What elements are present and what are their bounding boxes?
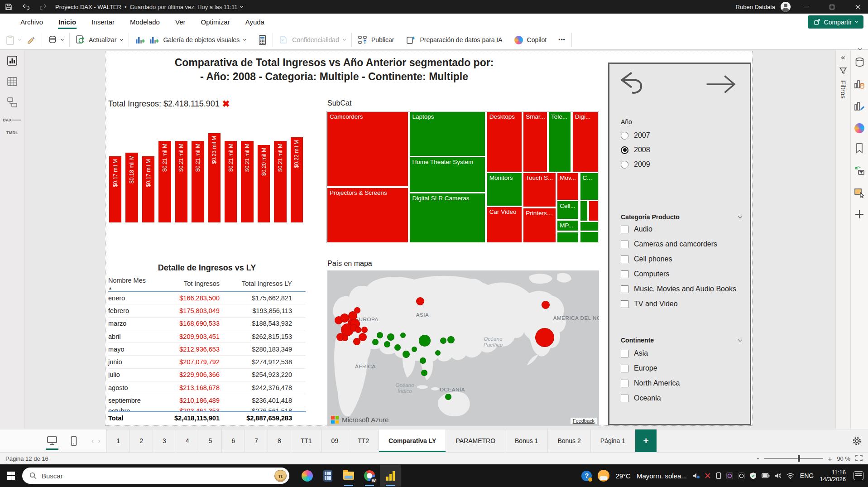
- taskbar-search[interactable]: Buscar π: [22, 468, 289, 484]
- checkbox-option-north-america[interactable]: North America: [621, 378, 680, 388]
- paste-button[interactable]: [0, 30, 27, 49]
- continent-slicer-header[interactable]: Continente: [621, 337, 742, 344]
- checkbox-option-oceania[interactable]: Oceania: [621, 393, 680, 403]
- format-painter-button[interactable]: [27, 30, 42, 49]
- column-header-total-ingresos-ly[interactable]: Total Ingresos LY: [220, 280, 292, 287]
- next-page-icon[interactable]: ›: [98, 437, 101, 444]
- close-button[interactable]: [848, 0, 868, 14]
- treemap-tile-digital-slr-cameras[interactable]: Digital SLR Cameras: [409, 193, 485, 243]
- page-tab-5[interactable]: 5: [199, 429, 222, 452]
- prev-page-icon[interactable]: ‹: [91, 437, 94, 444]
- menu-item-archivo[interactable]: Archivo: [13, 14, 51, 30]
- radio-option-2007[interactable]: 2007: [621, 130, 650, 140]
- map-bubble[interactable]: [353, 338, 360, 345]
- undo-icon[interactable]: [17, 0, 34, 14]
- title-dropdown-icon[interactable]: [240, 4, 243, 7]
- treemap-tile-c[interactable]: C...: [580, 173, 599, 200]
- minimize-button[interactable]: [796, 0, 816, 14]
- treemap-tile-small[interactable]: [589, 201, 599, 221]
- page-tab-4[interactable]: 4: [176, 429, 199, 452]
- page-tab-2[interactable]: 2: [130, 429, 153, 452]
- mobile-layout-icon[interactable]: [66, 433, 82, 448]
- publish-button[interactable]: Publicar: [352, 30, 400, 49]
- radio-icon[interactable]: [621, 146, 628, 154]
- page-tab-8[interactable]: 8: [268, 429, 291, 452]
- treemap-tile-projectors-screens[interactable]: Projectors & Screens: [327, 188, 408, 243]
- page-tab-3[interactable]: 3: [153, 429, 176, 452]
- map-bubble[interactable]: [361, 327, 368, 333]
- save-icon[interactable]: [0, 0, 17, 14]
- treemap-tile-printers[interactable]: Printers...: [523, 208, 556, 243]
- menu-item-ayuda[interactable]: Ayuda: [238, 14, 272, 30]
- defender-icon[interactable]: [750, 472, 757, 479]
- table-row-septiembre[interactable]: septiembre$210,186,489$236,401,418: [108, 394, 306, 407]
- sync-slicers-icon[interactable]: [854, 165, 865, 178]
- start-button[interactable]: [0, 464, 22, 487]
- map-bubble[interactable]: [342, 335, 348, 341]
- zoom-in-button[interactable]: +: [828, 455, 832, 463]
- map-bubble[interactable]: [535, 328, 554, 347]
- radio-icon[interactable]: [621, 161, 628, 169]
- table-row-mayo[interactable]: mayo$212,936,653$280,183,349: [108, 343, 306, 356]
- bar-agosto[interactable]: $0.21 mil M: [225, 141, 237, 222]
- page-tab-tt1[interactable]: TT1: [291, 429, 322, 452]
- model-view-icon[interactable]: [7, 97, 18, 110]
- slicer-panel[interactable]: Año 200720082009 Categoria Producto Audi…: [608, 63, 751, 425]
- map-bubble[interactable]: [420, 357, 426, 364]
- page-tab-p-gina-1[interactable]: Página 1: [591, 429, 635, 452]
- speaker-icon[interactable]: [775, 473, 782, 479]
- obs-icon[interactable]: [738, 473, 745, 479]
- data-view-icon[interactable]: [7, 76, 18, 89]
- bar-octubre[interactable]: $0.20 mil M: [258, 145, 270, 222]
- new-page-button[interactable]: +: [635, 429, 657, 452]
- treemap-tile-small[interactable]: [557, 232, 579, 243]
- volume-info-icon[interactable]: [693, 473, 700, 479]
- checkbox-icon[interactable]: [621, 395, 628, 402]
- bar-chart-visual[interactable]: Total Ingresos: $2.418.115.901 ✖ $0.17 m…: [108, 98, 308, 222]
- share-button[interactable]: Compartir: [808, 15, 863, 29]
- new-measure-button[interactable]: [252, 30, 273, 49]
- help-tray-icon[interactable]: ?: [581, 471, 592, 481]
- zoom-slider[interactable]: [764, 458, 823, 459]
- checkbox-option-cameras-and-camcorders[interactable]: Cameras and camcorders: [621, 239, 736, 249]
- sensitivity-button[interactable]: Confidencialidad: [273, 30, 351, 49]
- bar-enero[interactable]: $0.17 mil M: [109, 156, 121, 222]
- page-tab-bonus-1[interactable]: Bonus 1: [505, 429, 548, 452]
- clear-marker-icon[interactable]: ✖: [222, 98, 230, 109]
- treemap-tile-cell[interactable]: Cell...: [557, 201, 579, 219]
- no-network-icon[interactable]: [705, 473, 711, 479]
- table-row-enero[interactable]: enero$166,283,500$175,662,821: [108, 292, 306, 304]
- bar-junio[interactable]: $0.21 mil M: [192, 141, 204, 222]
- refresh-button[interactable]: Actualizar: [70, 30, 129, 49]
- checkbox-option-audio[interactable]: Audio: [621, 224, 736, 234]
- map-bubble[interactable]: [447, 336, 455, 343]
- get-data-button[interactable]: [42, 30, 69, 49]
- expand-pane-icon[interactable]: «: [841, 53, 845, 61]
- checkbox-icon[interactable]: [621, 270, 628, 278]
- bookmark-icon[interactable]: [855, 143, 864, 155]
- page-tab-09[interactable]: 09: [322, 429, 349, 452]
- checkbox-option-music-movies-and-audio-books[interactable]: Music, Movies and Audio Books: [621, 284, 736, 294]
- treemap-visual[interactable]: SubCat CamcordersProjectors & ScreensLap…: [326, 99, 599, 243]
- table-row-marzo[interactable]: marzo$168,690,533$188,543,932: [108, 318, 306, 330]
- build-visual-icon[interactable]: [854, 79, 865, 92]
- filters-pane-collapsed[interactable]: « Filtros: [835, 50, 850, 429]
- page-tab-6[interactable]: 6: [222, 429, 245, 452]
- chevron-down-icon[interactable]: [738, 214, 743, 218]
- treemap-tile-camcorders[interactable]: Camcorders: [327, 111, 408, 187]
- battery-icon[interactable]: [762, 473, 770, 478]
- treemap-tile-monitors[interactable]: Monitors: [487, 173, 522, 206]
- taskbar-chrome-icon[interactable]: W: [359, 465, 380, 487]
- map-bubble[interactable]: [445, 394, 451, 400]
- page-tab-parametro[interactable]: PARAMETRO: [446, 429, 505, 452]
- map-body[interactable]: EUROPAASIAÁFRICAAMÉRICA DEL NORTEOCEANÍA…: [327, 270, 599, 426]
- map-bubble[interactable]: [354, 307, 360, 313]
- selection-icon[interactable]: [854, 187, 865, 200]
- taskbar-copilot-icon[interactable]: [297, 465, 317, 487]
- page-tab-7[interactable]: 7: [245, 429, 268, 452]
- treemap-tile-touch-s[interactable]: Touch S...: [523, 173, 556, 207]
- radio-option-2009[interactable]: 2009: [621, 159, 650, 169]
- menu-item-insertar[interactable]: Insertar: [84, 14, 122, 30]
- table-row-julio[interactable]: julio$229,906,366$254,923,220: [108, 369, 306, 381]
- table-row-agosto[interactable]: agosto$213,168,678$242,376,478: [108, 381, 306, 394]
